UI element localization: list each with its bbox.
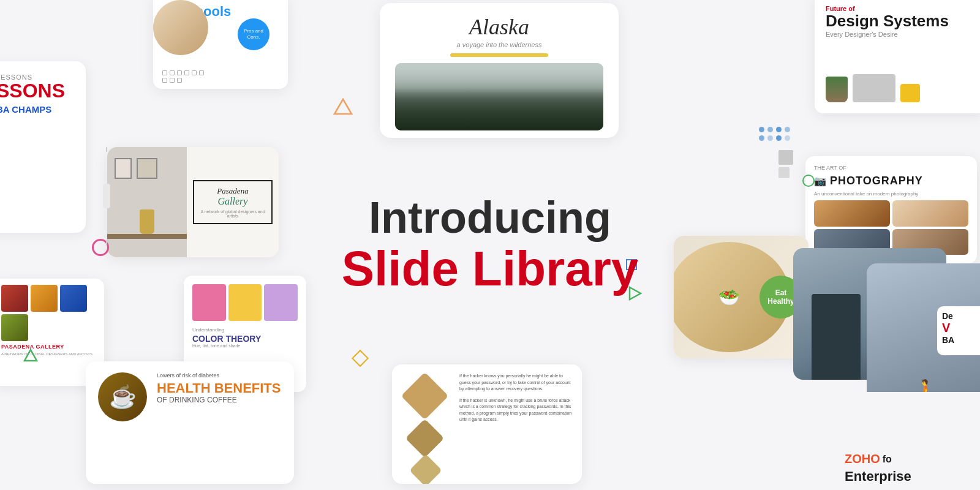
schools-circle: Pros and Cons. xyxy=(238,18,270,50)
swatch-yellow xyxy=(228,284,262,321)
photo-header: THE ART OF xyxy=(814,165,968,171)
camera-icon: 📷 xyxy=(814,175,826,187)
zoho-logo-row: ZOHO fo xyxy=(845,452,974,466)
health-text-area: Lowers of risk of diabetes HEALTH BENEFI… xyxy=(157,372,282,404)
diamond-3 xyxy=(409,454,442,484)
grid-dot xyxy=(170,78,175,83)
photo-title-row: 📷 PHOTOGRAPHY xyxy=(814,175,968,187)
gallery-shelf xyxy=(107,234,187,239)
left-text-red: SSONS xyxy=(0,81,77,102)
hero-section: Introducing Slide Library xyxy=(342,194,639,296)
gallery-image-left xyxy=(107,147,187,257)
password-content-row: If the hacker knows you personally he mi… xyxy=(402,373,572,483)
alaska-trees xyxy=(395,88,603,130)
triangle-green-small xyxy=(23,349,38,364)
gallery-frame-box: Pasadena Gallery A network of global des… xyxy=(193,180,273,224)
sq-top xyxy=(778,150,793,165)
password-diamonds xyxy=(402,373,450,483)
photo-thumb-1 xyxy=(814,200,890,227)
circle-green-outline xyxy=(802,175,815,187)
art-thumb-4 xyxy=(1,314,28,341)
design-img-row xyxy=(826,74,975,102)
grid-dot xyxy=(184,70,189,75)
alaska-image xyxy=(395,63,603,130)
grid-dot xyxy=(170,70,175,75)
design-title: Design Systems xyxy=(826,12,975,31)
zoho-card: ZOHO fo Enterprise xyxy=(836,392,980,490)
swatch-pink xyxy=(192,284,226,321)
plant-pot xyxy=(826,77,848,102)
alaska-title: Alaska xyxy=(469,14,529,40)
zoho-logo: ZOHO xyxy=(845,452,880,466)
diamond-yellow-outline xyxy=(352,350,369,367)
health-card[interactable]: ☕ Lowers of risk of diabetes HEALTH BENE… xyxy=(86,361,294,484)
grid-dot xyxy=(162,78,167,83)
photo-grid xyxy=(814,200,968,255)
art-thumb-2 xyxy=(31,285,58,312)
photography-card[interactable]: THE ART OF 📷 PHOTOGRAPHY An unconvention… xyxy=(805,156,977,263)
photo-thumb-2 xyxy=(892,200,968,227)
password-card[interactable]: If the hacker knows you personally he mi… xyxy=(392,364,582,484)
grid-dot xyxy=(192,70,197,75)
photo-art-of: THE ART OF xyxy=(814,165,968,171)
design-subtitle: Every Designer's Desire xyxy=(826,31,975,38)
health-top: ☕ Lowers of risk of diabetes HEALTH BENE… xyxy=(98,372,282,421)
art-thumb-3 xyxy=(60,285,87,312)
color-theory-sub: Hue, tint, tone and shade xyxy=(192,344,298,348)
triangle-orange-shape xyxy=(332,97,354,119)
grid-dot xyxy=(162,70,167,75)
mug xyxy=(900,84,920,102)
gallery-frame-art2 xyxy=(137,158,157,179)
left-text-card: LESSONS SSONS BA CHAMPS xyxy=(0,61,86,233)
art-thumb-1 xyxy=(1,285,28,312)
sq-bottom xyxy=(778,167,790,178)
color-theory-title: COLOR THEORY xyxy=(192,334,298,344)
hero-introducing: Introducing xyxy=(342,194,639,242)
grid-dot xyxy=(177,78,182,83)
zoho-for: fo xyxy=(883,454,892,465)
alaska-subtitle: a voyage into the wilderness xyxy=(457,41,542,48)
color-theory-label: Understanding xyxy=(192,327,298,333)
de-text: De xyxy=(942,311,980,321)
swatch-purple xyxy=(264,284,298,321)
laptop-shape xyxy=(853,74,895,102)
left-text-blue: BA CHAMPS xyxy=(0,104,77,115)
health-small-text: Lowers of risk of diabetes xyxy=(157,372,282,379)
gallery-right: Pasadena Gallery A network of global des… xyxy=(187,147,279,257)
gallery-frame-title: Pasadena xyxy=(200,186,265,196)
building-main xyxy=(812,294,861,380)
de-partial-card: De V BA xyxy=(937,306,980,355)
gallery-frame-art xyxy=(115,158,132,179)
password-para2: If the hacker is unknown, he might use a… xyxy=(459,398,572,423)
gallery-partial-name: PASADENA GALLERY xyxy=(1,344,97,350)
hero-slide-library: Slide Library xyxy=(342,243,639,296)
color-swatches xyxy=(192,284,298,321)
design-systems-card[interactable]: Future of Design Systems Every Designer'… xyxy=(815,0,980,113)
gallery-frame-desc: A network of global designers and artist… xyxy=(200,209,265,218)
password-para1: If the hacker knows you personally he mi… xyxy=(459,373,572,393)
dot-grid-area xyxy=(759,127,790,141)
coffee-image: ☕ xyxy=(98,372,147,421)
health-title: HEALTH BENEFITS xyxy=(157,381,282,396)
grid-dot xyxy=(199,70,204,75)
photo-main-title: PHOTOGRAPHY xyxy=(830,175,923,187)
gallery-vase xyxy=(140,209,154,234)
health-subtitle: OF DRINKING COFFEE xyxy=(157,396,282,404)
eat-healthy-label: EatHealthy xyxy=(767,288,794,306)
alaska-card[interactable]: Alaska a voyage into the wilderness xyxy=(380,3,619,138)
scroll-indicator xyxy=(103,147,110,245)
gallery-card[interactable]: Pasadena Gallery A network of global des… xyxy=(107,147,279,257)
eat-healthy-card[interactable]: 🥗 EatHealthy xyxy=(674,236,809,358)
gallery-partial-tagline: A NETWORK OF GLOBAL DESIGNERS AND ARTIST… xyxy=(1,352,97,356)
grid-dot xyxy=(177,70,182,75)
art-thumbnails xyxy=(1,285,97,341)
gallery-frame-subtitle: Gallery xyxy=(200,196,265,207)
schools-circle-text: Pros and Cons. xyxy=(238,28,270,41)
photo-desc: An unconventional take on modern photogr… xyxy=(814,191,968,197)
alaska-underline xyxy=(450,53,548,57)
zoho-enterprise: Enterprise xyxy=(845,469,974,484)
stack-squares xyxy=(778,150,793,178)
diamond-1 xyxy=(401,372,449,420)
grid-dots xyxy=(162,70,204,83)
ba-text: BA xyxy=(942,335,980,345)
